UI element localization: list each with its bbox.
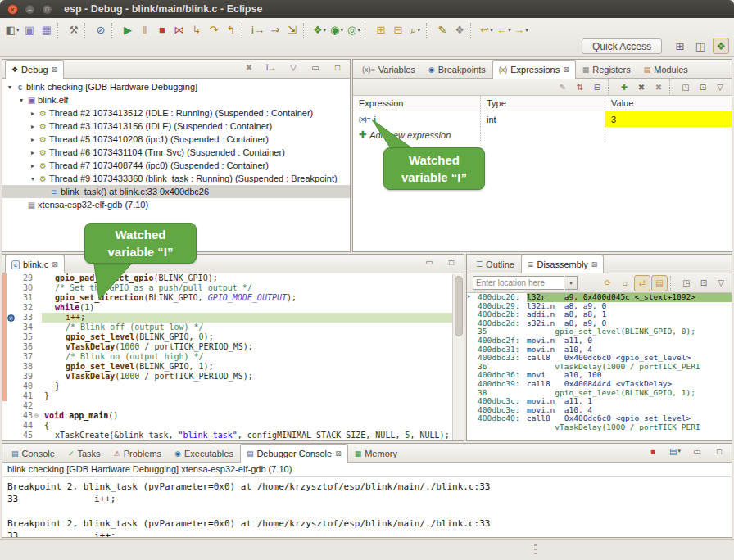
code-line-36[interactable]: 36vTaskDelay(1000 / portTICK_PERIOD_MS); bbox=[2, 342, 464, 352]
code-text[interactable]: while(1) bbox=[42, 303, 464, 313]
tab-tasks[interactable]: ✓ Tasks bbox=[61, 444, 107, 462]
terminate-button[interactable]: ■ bbox=[154, 22, 170, 38]
expand-arrow-icon[interactable]: ▸ bbox=[29, 136, 37, 143]
search-button[interactable]: ⌕▾ bbox=[407, 22, 424, 38]
code-text[interactable]: xTaskCreate(&blink_task, "blink_task", c… bbox=[42, 431, 464, 440]
line-number[interactable]: 44 bbox=[16, 421, 34, 431]
code-line-46[interactable]: 46} bbox=[2, 440, 464, 441]
code-line-34[interactable]: 34/* Blink off (output low) */ bbox=[2, 323, 464, 332]
code-line-32[interactable]: 32while(1) bbox=[2, 303, 464, 313]
tab-debug[interactable]: ❖ Debug ⊠ bbox=[5, 60, 64, 79]
line-number[interactable]: 43 bbox=[16, 411, 34, 421]
format-button[interactable]: ✎ bbox=[434, 22, 451, 38]
close-tab-icon[interactable]: ⊠ bbox=[52, 65, 58, 74]
tab-blink-c[interactable]: c blink.c ⊠ bbox=[5, 255, 65, 273]
home-button[interactable]: ⌂ bbox=[617, 275, 633, 291]
code-text[interactable]: { bbox=[42, 421, 464, 431]
debug-tree-stack-frame[interactable]: ≡ blink_task() at blink.c:33 0x400dbc26 bbox=[2, 185, 350, 198]
add-expression-button[interactable]: ✚ bbox=[616, 79, 632, 95]
code-text[interactable]: gpio_set_level(BLINK_GPIO, 0); bbox=[42, 332, 464, 342]
close-tab-icon[interactable]: ⊠ bbox=[52, 260, 58, 269]
code-line-33[interactable]: ✓33i++; bbox=[2, 313, 464, 323]
resize-grip[interactable] bbox=[534, 544, 537, 556]
pin-view-button[interactable]: ⊡ bbox=[695, 79, 711, 95]
dropdown-caret-icon[interactable]: ▾ bbox=[357, 27, 360, 34]
dropdown-caret-icon[interactable]: ▾ bbox=[490, 27, 493, 34]
window-maximize-button[interactable]: □ bbox=[42, 4, 52, 15]
resume-at-line-button[interactable]: ⇲ bbox=[284, 22, 301, 38]
code-text[interactable]: /* Blink on (output high) */ bbox=[42, 352, 464, 362]
code-text[interactable]: void app_main() bbox=[42, 411, 464, 421]
run-button[interactable]: ◉▾ bbox=[328, 22, 345, 38]
view-menu-icon[interactable]: ▽ bbox=[285, 59, 301, 75]
code-text[interactable]: vTaskDelay(1000 / portTICK_PERIOD_MS); bbox=[42, 372, 464, 382]
debug-perspective-button[interactable]: ❖ bbox=[713, 38, 729, 54]
breakpoint-gutter[interactable] bbox=[7, 273, 16, 283]
code-line-45[interactable]: 45xTaskCreate(&blink_task, "blink_task",… bbox=[2, 431, 464, 440]
tab-problems[interactable]: ⚠ Problems bbox=[107, 444, 169, 462]
tab-variables[interactable]: (x)= Variables bbox=[356, 60, 422, 78]
show-type-names-button[interactable]: ✎ bbox=[555, 79, 571, 95]
debug-tree-thread-2[interactable]: ▸ ⚙ Thread #2 1073413512 (IDLE : Running… bbox=[2, 106, 350, 120]
debug-last-button[interactable]: ❖ bbox=[451, 22, 468, 38]
code-line-44[interactable]: 44{ bbox=[2, 421, 464, 431]
tab-executables[interactable]: ◉ Executables bbox=[168, 444, 240, 462]
close-tab-icon[interactable]: ⊠ bbox=[335, 449, 342, 458]
maximize-button[interactable]: □ bbox=[329, 59, 346, 75]
disconnect-button[interactable]: ⋈ bbox=[171, 22, 188, 38]
quick-access-button[interactable]: Quick Access bbox=[582, 38, 662, 54]
step-into-button[interactable]: ↳ bbox=[188, 22, 205, 38]
remove-all-terminated-button[interactable]: ✖ bbox=[241, 59, 257, 75]
expand-arrow-icon[interactable]: ▾ bbox=[6, 84, 14, 91]
debug-button[interactable]: ❖▾ bbox=[311, 22, 328, 38]
suspend-button[interactable]: ‖ bbox=[137, 22, 153, 38]
line-number[interactable]: 29 bbox=[16, 273, 34, 283]
code-line-43[interactable]: 43⊖void app_main() bbox=[2, 411, 464, 421]
code-line-35[interactable]: 35gpio_set_level(BLINK_GPIO, 0); bbox=[2, 332, 464, 342]
breakpoint-gutter[interactable] bbox=[7, 391, 16, 401]
disassembly-line[interactable]: 400dbc2f:movi.n a11, 0 bbox=[467, 336, 732, 345]
breakpoint-gutter[interactable] bbox=[7, 372, 16, 382]
build-button[interactable]: ⚒ bbox=[66, 22, 82, 38]
tab-disassembly[interactable]: ≣ Disassembly ⊠ bbox=[521, 255, 604, 273]
breakpoint-gutter[interactable] bbox=[7, 411, 16, 421]
line-number[interactable]: 34 bbox=[16, 323, 34, 332]
line-number[interactable]: 37 bbox=[16, 352, 34, 362]
breakpoint-gutter[interactable]: ✓ bbox=[7, 313, 16, 323]
breakpoint-gutter[interactable] bbox=[7, 421, 16, 431]
pin-view-button[interactable]: ⊡ bbox=[695, 275, 712, 291]
tab-modules[interactable]: ▤ Modules bbox=[637, 60, 695, 78]
breakpoint-gutter[interactable] bbox=[7, 283, 16, 293]
tab-registers[interactable]: ▦ Registers bbox=[576, 60, 637, 78]
line-number[interactable]: 40 bbox=[16, 382, 34, 391]
new-c-project-button[interactable]: ⊞ bbox=[373, 22, 389, 38]
breakpoint-gutter[interactable] bbox=[7, 401, 16, 411]
code-line-41[interactable]: 41} bbox=[2, 391, 464, 401]
breakpoint-gutter[interactable] bbox=[7, 342, 16, 352]
expand-arrow-icon[interactable]: ▸ bbox=[29, 162, 37, 169]
dropdown-caret-icon[interactable]: ▾ bbox=[340, 27, 343, 34]
debug-tree-launch[interactable]: ▾ c blink checking [GDB Hardware Debuggi… bbox=[2, 80, 350, 93]
code-line-42[interactable]: 42 bbox=[2, 401, 464, 411]
refresh-button[interactable]: ⟳ bbox=[600, 275, 616, 291]
code-text[interactable]: i++; bbox=[42, 313, 464, 323]
remove-all-expressions-button[interactable]: ✖ bbox=[650, 79, 667, 95]
code-text[interactable]: } bbox=[42, 391, 464, 401]
expand-arrow-icon[interactable]: ▾ bbox=[29, 175, 37, 183]
line-number[interactable]: 30 bbox=[16, 283, 34, 293]
instruction-stepping-button[interactable]: i→ bbox=[250, 22, 266, 38]
breakpoint-gutter[interactable] bbox=[7, 323, 16, 332]
dropdown-caret-icon[interactable]: ▾ bbox=[417, 27, 420, 34]
line-number[interactable]: 32 bbox=[16, 303, 34, 313]
breakpoint-gutter[interactable] bbox=[7, 303, 16, 313]
disassembly-line[interactable]: 400dbc39:call8 0x400844c4 <vTaskDelay> bbox=[467, 380, 732, 389]
code-text[interactable]: gpio_set_level(BLINK_GPIO, 1); bbox=[42, 362, 464, 372]
expand-arrow-icon[interactable]: ▸ bbox=[29, 110, 37, 117]
show-source-button[interactable]: ▤ bbox=[651, 275, 668, 291]
minimize-button[interactable]: ▭ bbox=[689, 443, 705, 459]
maximize-button[interactable]: □ bbox=[711, 443, 727, 459]
tab-outline[interactable]: ☰ Outline bbox=[469, 255, 521, 273]
new-view-button[interactable]: ◳ bbox=[677, 79, 694, 95]
expand-arrow-icon[interactable]: ▸ bbox=[29, 123, 37, 130]
code-text[interactable] bbox=[42, 401, 464, 411]
